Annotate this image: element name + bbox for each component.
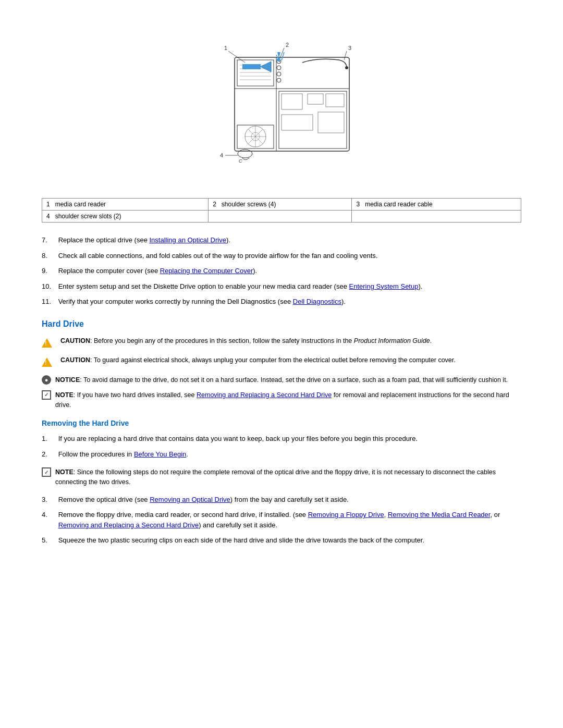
step-text: Follow the procedures in Before You Begi… [58,449,521,460]
cell-label: shoulder screw slots (2) [55,213,121,220]
svg-rect-0 [235,57,349,151]
list-item: 4. Remove the floppy drive, media card r… [42,510,521,530]
notice-block: ● NOTICE: To avoid damage to the drive, … [42,375,521,385]
svg-line-38 [344,51,347,60]
list-item: 3. Remove the optical drive (see Removin… [42,495,521,505]
step-text: Replace the optical drive (see Installin… [58,235,521,245]
step-text: Remove the optical drive (see Removing a… [58,495,521,505]
step-text: Replace the computer cover (see Replacin… [58,266,521,276]
svg-rect-21 [326,94,344,107]
cell-label: media card reader [55,201,106,208]
removing-hard-drive-title: Removing the Hard Drive [42,419,521,427]
step-text: Remove the floppy drive, media card read… [58,510,521,530]
note-text: NOTE: If you have two hard drives instal… [55,390,521,410]
step-number: 9. [42,266,56,276]
svg-rect-23 [318,112,344,133]
caution-text-2: CAUTION: To guard against electrical sho… [60,355,521,365]
notice-text: NOTICE: To avoid damage to the drive, do… [55,375,521,385]
svg-line-33 [228,51,245,63]
svg-point-17 [345,66,348,69]
assembly-diagram: C 1 2 3 4 [193,21,370,188]
list-item: 11. Verify that your computer works corr… [42,297,521,307]
computer-cover-link[interactable]: Replacing the Computer Cover [160,267,253,275]
caution-block-1: CAUTION: Before you begin any of the pro… [42,336,521,351]
note-icon: ✓ [42,467,51,477]
cell-label: shoulder screws (4) [222,201,276,208]
dell-diagnostics-link[interactable]: Dell Diagnostics [293,298,341,305]
caution-block-2: CAUTION: To guard against electrical sho… [42,355,521,370]
svg-point-14 [277,78,281,82]
diagram-container: C 1 2 3 4 [42,21,521,188]
svg-text:C: C [239,158,242,164]
table-cell [352,211,521,223]
table-cell: 1 media card reader [42,199,209,211]
svg-rect-20 [308,94,323,104]
removing-optical-drive-link[interactable]: Removing an Optical Drive [150,496,230,503]
note-icon: ✓ [42,390,51,400]
warning-icon [42,338,52,348]
step-text: Check all cable connections, and fold ca… [58,251,521,261]
hard-drive-section-title: Hard Drive [42,319,521,329]
svg-rect-10 [242,64,261,69]
removing-steps-list: 1. If you are replacing a hard drive tha… [42,434,521,459]
table-cell [209,211,352,223]
list-item: 7. Replace the optical drive (see Instal… [42,235,521,245]
list-item: 8. Check all cable connections, and fold… [42,251,521,261]
svg-text:4: 4 [220,152,223,158]
step-number: 8. [42,251,56,261]
cell-label: media card reader cable [365,201,432,208]
step-number: 3. [42,495,56,505]
removing-second-hard-drive-link[interactable]: Removing and Replacing a Second Hard Dri… [58,521,199,529]
step-number: 11. [42,297,56,307]
list-item: 1. If you are replacing a hard drive tha… [42,434,521,444]
removing-floppy-link[interactable]: Removing a Floppy Drive [308,511,384,519]
list-item: 9. Replace the computer cover (see Repla… [42,266,521,276]
svg-marker-9 [261,61,271,72]
step-text: Verify that your computer works correctl… [58,297,521,307]
note-text-2: NOTE: Since the following steps do not r… [55,467,521,487]
before-you-begin-link[interactable]: Before You Begin [134,450,186,458]
system-setup-link[interactable]: Entering System Setup [349,282,418,290]
step-text: Enter system setup and set the Diskette … [58,281,521,292]
list-item: 5. Squeeze the two plastic securing clip… [42,535,521,546]
table-cell: 4 shoulder screw slots (2) [42,211,209,223]
warning-icon [42,357,52,367]
list-item: 10. Enter system setup and set the Diske… [42,281,521,292]
step-number: 4. [42,510,56,520]
steps-list: 7. Replace the optical drive (see Instal… [42,235,521,307]
step-number: 7. [42,235,56,245]
svg-text:2: 2 [286,42,289,48]
second-hard-drive-link[interactable]: Removing and Replacing a Second Hard Dri… [197,391,332,399]
step-number: 1. [42,434,56,444]
removing-media-card-link[interactable]: Removing the Media Card Reader [388,511,491,519]
table-cell: 2 shoulder screws (4) [209,199,352,211]
step-text: Squeeze the two plastic securing clips o… [58,535,521,546]
svg-point-12 [277,66,281,70]
table-row: 1 media card reader 2 shoulder screws (4… [42,199,521,211]
removing-steps-continued-list: 3. Remove the optical drive (see Removin… [42,495,521,546]
svg-text:1: 1 [224,45,227,51]
parts-table: 1 media card reader 2 shoulder screws (4… [42,198,521,223]
optical-drive-link[interactable]: Installing an Optical Drive [150,236,226,244]
table-cell: 3 media card reader cable [352,199,521,211]
note-block: ✓ NOTE: If you have two hard drives inst… [42,390,521,410]
table-row: 4 shoulder screw slots (2) [42,211,521,223]
caution-text-1: CAUTION: Before you begin any of the pro… [60,336,521,346]
step-text: If you are replacing a hard drive that c… [58,434,521,444]
step-number: 10. [42,281,56,292]
notice-icon: ● [42,375,51,385]
step-number: 5. [42,535,56,546]
svg-point-13 [277,72,281,76]
note-block-2: ✓ NOTE: Since the following steps do not… [42,467,521,487]
svg-text:3: 3 [348,45,351,51]
svg-rect-22 [282,115,313,130]
step-number: 2. [42,449,56,460]
svg-rect-19 [282,94,302,109]
list-item: 2. Follow the procedures in Before You B… [42,449,521,460]
